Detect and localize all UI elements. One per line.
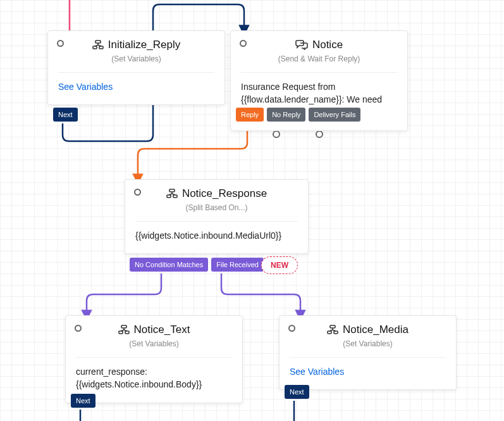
- pills-notice-text: Next: [71, 394, 95, 408]
- transition-no-condition-matches[interactable]: No Condition Matches: [130, 258, 208, 272]
- transition-reply[interactable]: Reply: [236, 108, 264, 122]
- node-title: Notice_Text: [76, 324, 232, 336]
- svg-rect-2: [99, 46, 103, 49]
- node-title: Notice_Response: [135, 187, 298, 200]
- set-variables-icon: [92, 40, 104, 50]
- node-subtitle: (Set Variables): [290, 339, 446, 348]
- connector-knob[interactable]: [273, 130, 280, 138]
- svg-rect-7: [119, 331, 123, 334]
- set-variables-icon: [327, 325, 338, 335]
- svg-rect-1: [93, 46, 97, 49]
- transition-next[interactable]: Next: [71, 394, 95, 408]
- node-title: Notice_Media: [290, 324, 446, 336]
- transition-next[interactable]: Next: [285, 385, 309, 399]
- node-anchor: [57, 40, 64, 47]
- transition-no-reply[interactable]: No Reply: [267, 108, 305, 122]
- pills-notice: Reply No Reply Delivery Fails: [236, 108, 360, 122]
- node-initialize-reply[interactable]: Initialize_Reply (Set Variables) See Var…: [47, 30, 225, 105]
- svg-rect-9: [330, 325, 335, 328]
- split-icon: [166, 189, 178, 199]
- see-variables-link[interactable]: See Variables: [48, 73, 224, 104]
- transition-next[interactable]: Next: [53, 108, 78, 122]
- svg-rect-5: [173, 195, 177, 198]
- transition-file-received[interactable]: File Received: [211, 258, 264, 272]
- node-subtitle: (Set Variables): [58, 54, 214, 63]
- pills-notice-media: Next: [285, 385, 309, 399]
- chat-icon: [295, 40, 308, 50]
- set-variables-icon: [118, 325, 130, 335]
- svg-rect-11: [334, 331, 338, 334]
- node-anchor: [75, 325, 82, 332]
- node-notice-media[interactable]: Notice_Media (Set Variables) See Variabl…: [279, 315, 457, 390]
- node-title: Notice: [241, 39, 397, 51]
- pills-initialize-reply: Next: [53, 108, 78, 122]
- node-anchor: [134, 189, 141, 196]
- pills-notice-response: No Condition Matches File Received: [130, 258, 264, 272]
- node-anchor: [240, 40, 247, 47]
- node-body-text: {{widgets.Notice.inbound.MediaUrl0}}: [125, 222, 308, 253]
- node-subtitle: (Set Variables): [76, 339, 232, 348]
- node-body-text: Insurance Request from {{flow.data.lende…: [231, 73, 407, 130]
- connector-knob[interactable]: [316, 130, 323, 138]
- node-subtitle: (Split Based On...): [135, 203, 298, 212]
- new-transition-badge[interactable]: NEW: [261, 256, 298, 274]
- svg-rect-6: [121, 325, 126, 328]
- svg-rect-8: [125, 331, 129, 334]
- transition-delivery-fails[interactable]: Delivery Fails: [309, 108, 360, 122]
- svg-rect-0: [95, 41, 101, 43]
- node-anchor: [288, 325, 295, 332]
- node-notice-text[interactable]: Notice_Text (Set Variables) current_resp…: [65, 315, 243, 403]
- svg-rect-3: [169, 189, 175, 192]
- node-title: Initialize_Reply: [58, 39, 214, 51]
- svg-rect-10: [328, 331, 331, 334]
- svg-rect-4: [167, 195, 171, 198]
- node-notice-response[interactable]: Notice_Response (Split Based On...) {{wi…: [125, 179, 309, 254]
- node-subtitle: (Send & Wait For Reply): [241, 54, 397, 63]
